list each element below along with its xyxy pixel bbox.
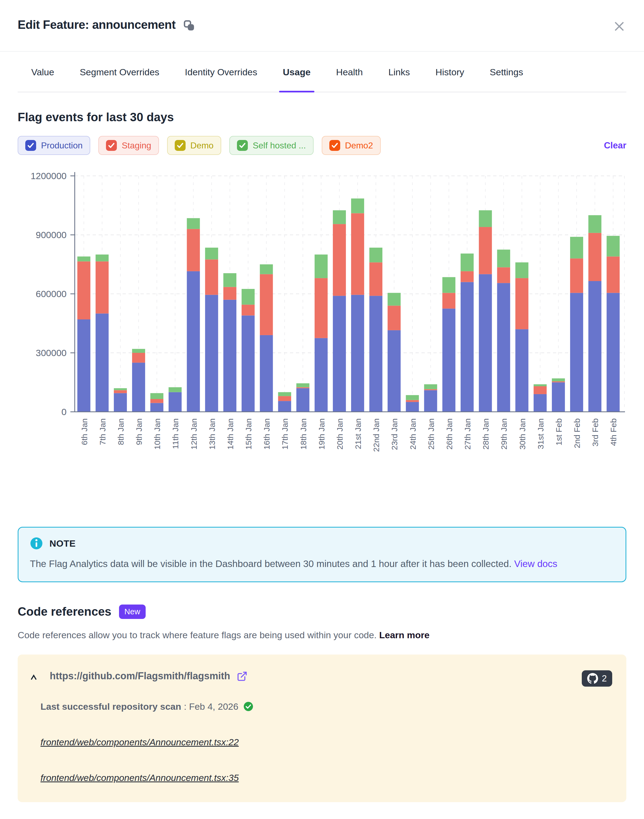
bar-segment[interactable] xyxy=(479,274,492,412)
bar-segment[interactable] xyxy=(607,257,619,293)
bar-segment[interactable] xyxy=(442,308,455,412)
bar-segment[interactable] xyxy=(223,300,236,412)
bar-segment[interactable] xyxy=(515,329,529,412)
bar-segment[interactable] xyxy=(461,254,474,271)
bar-segment[interactable] xyxy=(223,287,236,300)
bar-segment[interactable] xyxy=(461,282,474,412)
bar-segment[interactable] xyxy=(588,233,601,281)
bar-segment[interactable] xyxy=(442,293,455,308)
tab-health[interactable]: Health xyxy=(336,67,363,92)
bar-segment[interactable] xyxy=(497,267,510,283)
bar-segment[interactable] xyxy=(169,392,181,412)
bar-segment[interactable] xyxy=(260,274,273,335)
bar-segment[interactable] xyxy=(351,213,364,294)
clear-filters-link[interactable]: Clear xyxy=(604,140,626,150)
bar-segment[interactable] xyxy=(497,250,510,267)
bar-segment[interactable] xyxy=(114,393,127,412)
bar-segment[interactable] xyxy=(479,210,492,227)
bar-segment[interactable] xyxy=(278,396,291,401)
bar-segment[interactable] xyxy=(223,273,236,287)
bar-segment[interactable] xyxy=(369,296,382,412)
bar-segment[interactable] xyxy=(515,262,529,278)
bar-segment[interactable] xyxy=(278,401,291,412)
bar-segment[interactable] xyxy=(150,399,163,403)
bar-segment[interactable] xyxy=(187,229,200,271)
bar-segment[interactable] xyxy=(515,278,529,329)
chevron-up-icon[interactable] xyxy=(29,673,38,682)
bar-segment[interactable] xyxy=(296,387,310,388)
bar-segment[interactable] xyxy=(242,316,255,412)
bar-segment[interactable] xyxy=(333,210,346,224)
bar-segment[interactable] xyxy=(588,281,601,412)
bar-segment[interactable] xyxy=(169,387,181,392)
bar-segment[interactable] xyxy=(351,295,364,412)
bar-segment[interactable] xyxy=(315,278,328,338)
bar-segment[interactable] xyxy=(424,389,437,390)
bar-segment[interactable] xyxy=(77,319,90,412)
tab-identity-overrides[interactable]: Identity Overrides xyxy=(185,67,257,92)
bar-segment[interactable] xyxy=(150,403,163,412)
bar-segment[interactable] xyxy=(442,277,455,293)
github-count-badge[interactable]: 2 xyxy=(582,670,612,687)
bar-segment[interactable] xyxy=(534,386,547,394)
bar-segment[interactable] xyxy=(607,293,619,412)
bar-segment[interactable] xyxy=(552,381,565,382)
bar-segment[interactable] xyxy=(369,248,382,262)
tab-usage[interactable]: Usage xyxy=(283,67,311,92)
bar-segment[interactable] xyxy=(114,388,127,390)
bar-segment[interactable] xyxy=(242,305,255,316)
learn-more-link[interactable]: Learn more xyxy=(379,630,429,640)
bar-segment[interactable] xyxy=(369,262,382,296)
bar-segment[interactable] xyxy=(242,289,255,305)
bar-segment[interactable] xyxy=(497,283,510,412)
bar-segment[interactable] xyxy=(534,384,547,386)
checkbox-checked-icon[interactable] xyxy=(106,140,117,151)
copy-icon[interactable] xyxy=(182,19,195,32)
bar-segment[interactable] xyxy=(77,261,90,319)
bar-segment[interactable] xyxy=(424,390,437,412)
bar-segment[interactable] xyxy=(187,271,200,412)
env-filter-self-hosted[interactable]: Self hosted ... xyxy=(229,136,314,155)
close-icon[interactable] xyxy=(611,18,628,35)
view-docs-link[interactable]: View docs xyxy=(514,558,557,569)
code-reference-file-link[interactable]: frontend/web/components/Announcement.tsx… xyxy=(40,737,239,747)
bar-segment[interactable] xyxy=(552,378,565,381)
bar-segment[interactable] xyxy=(96,313,109,412)
bar-segment[interactable] xyxy=(534,394,547,412)
bar-segment[interactable] xyxy=(296,388,310,412)
bar-segment[interactable] xyxy=(388,330,400,412)
bar-segment[interactable] xyxy=(278,392,291,396)
bar-segment[interactable] xyxy=(424,384,437,389)
bar-segment[interactable] xyxy=(114,390,127,393)
bar-segment[interactable] xyxy=(588,215,601,233)
checkbox-checked-icon[interactable] xyxy=(25,140,36,151)
repo-url[interactable]: https://github.com/Flagsmith/flagsmith xyxy=(50,670,230,682)
tab-links[interactable]: Links xyxy=(388,67,410,92)
bar-segment[interactable] xyxy=(96,255,109,261)
bar-segment[interactable] xyxy=(406,402,419,412)
bar-segment[interactable] xyxy=(552,382,565,412)
bar-segment[interactable] xyxy=(570,237,583,259)
env-filter-demo2[interactable]: Demo2 xyxy=(322,136,381,155)
bar-segment[interactable] xyxy=(205,295,218,412)
bar-segment[interactable] xyxy=(406,400,419,402)
bar-segment[interactable] xyxy=(607,236,619,257)
bar-segment[interactable] xyxy=(260,335,273,412)
bar-segment[interactable] xyxy=(388,293,400,305)
bar-segment[interactable] xyxy=(296,383,310,387)
bar-segment[interactable] xyxy=(479,227,492,274)
checkbox-checked-icon[interactable] xyxy=(175,140,186,151)
tab-settings[interactable]: Settings xyxy=(490,67,523,92)
bar-segment[interactable] xyxy=(205,259,218,294)
bar-segment[interactable] xyxy=(315,255,328,278)
env-filter-demo[interactable]: Demo xyxy=(167,136,221,155)
bar-segment[interactable] xyxy=(388,305,400,330)
bar-segment[interactable] xyxy=(570,259,583,293)
checkbox-checked-icon[interactable] xyxy=(329,140,340,151)
bar-segment[interactable] xyxy=(315,338,328,412)
bar-segment[interactable] xyxy=(461,271,474,282)
bar-segment[interactable] xyxy=(333,296,346,412)
bar-segment[interactable] xyxy=(406,395,419,400)
bar-segment[interactable] xyxy=(187,218,200,229)
bar-segment[interactable] xyxy=(132,353,145,363)
